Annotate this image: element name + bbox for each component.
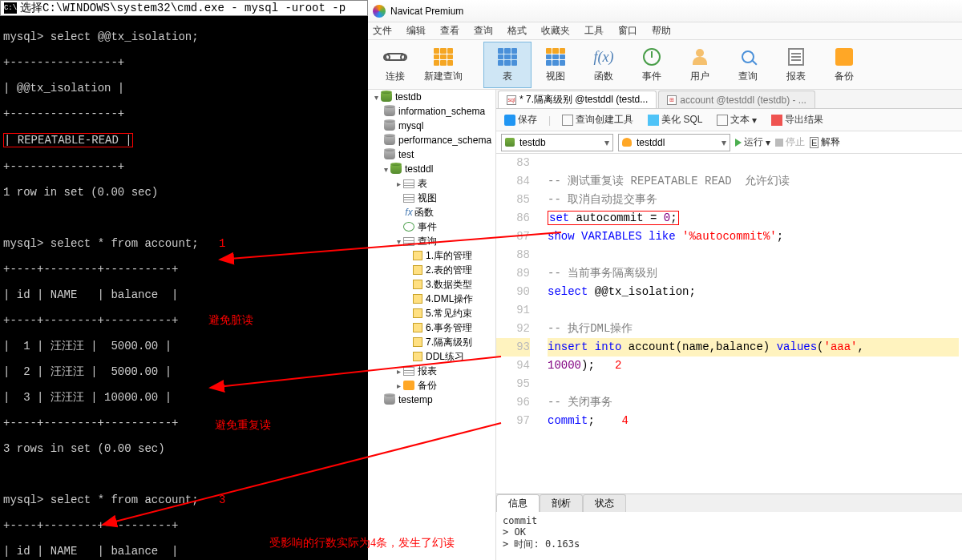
tree-query-item[interactable]: 4.DML操作	[426, 292, 473, 306]
tree-db-item[interactable]: information_schema	[398, 106, 485, 117]
tool-report[interactable]: 报表	[772, 42, 820, 88]
query-builder-button[interactable]: 查询创建工具	[559, 111, 637, 128]
menu-query[interactable]: 查询	[474, 24, 493, 38]
tree-group-backup[interactable]: 备份	[418, 379, 437, 393]
menu-tools[interactable]: 工具	[584, 24, 604, 38]
result-panel: 信息 剖析 状态 commit > OK > 时间: 0.163s	[496, 494, 962, 560]
tree-query-item[interactable]: DDL练习	[426, 350, 464, 364]
tree-db-item[interactable]: mysql	[398, 120, 423, 131]
sql-editor[interactable]: 838485868788899091929394959697 -- 测试重复读 …	[496, 154, 962, 494]
tab-inactive[interactable]: ⊞account @testddl (testdb) - ...	[658, 91, 815, 108]
navicat-window: Navicat Premium 文件 编辑 查看 查询 格式 收藏夹 工具 窗口…	[368, 0, 962, 560]
menu-help[interactable]: 帮助	[652, 24, 671, 38]
tree-group-tables[interactable]: 表	[418, 177, 427, 191]
text-button[interactable]: 文本 ▾	[713, 111, 760, 128]
tree-group-views[interactable]: 视图	[418, 191, 437, 205]
tree-db-item[interactable]: testemp	[398, 394, 433, 405]
explain-icon: E	[810, 137, 819, 148]
cmd-titlebar[interactable]: C:\ 选择C:\WINDOWS\system32\cmd.exe - mysq…	[0, 0, 368, 16]
editor-toolbar: 保存 | 查询创建工具 美化 SQL 文本 ▾ 导出结果	[496, 109, 962, 131]
tool-event[interactable]: 事件	[628, 42, 676, 88]
tool-query[interactable]: 查询	[724, 42, 772, 88]
annotation-repeat-read: 避免重复读	[215, 419, 271, 432]
main-toolbar: 连接 新建查询 表 视图 f(x)函数 事件 用户 查询 报表 备份	[368, 40, 962, 90]
beautify-button[interactable]: 美化 SQL	[645, 111, 705, 128]
tool-connect[interactable]: 连接	[371, 42, 419, 88]
db-tree[interactable]: ▾testdb information_schema mysql perform…	[368, 90, 496, 560]
combo-row: testdb testddl 运行 ▾ 停止 E解释	[496, 131, 962, 154]
result-tab-info[interactable]: 信息	[496, 494, 540, 512]
editor-tabs: sql* 7.隔离级别 @testddl (testd... ⊞account …	[496, 90, 962, 109]
run-button[interactable]: 运行 ▾	[735, 135, 770, 149]
menu-window[interactable]: 窗口	[618, 24, 637, 38]
navicat-logo-icon	[373, 5, 386, 18]
save-icon	[504, 115, 515, 126]
menu-fav[interactable]: 收藏夹	[541, 24, 570, 38]
export-icon	[771, 115, 782, 126]
stop-icon	[775, 139, 783, 147]
annotation-dirty-read: 避免脏读	[208, 314, 253, 327]
tree-query-item[interactable]: 3.数据类型	[426, 278, 472, 292]
tree-query-item[interactable]: 2.表的管理	[426, 264, 472, 277]
tool-table[interactable]: 表	[483, 42, 532, 88]
save-button[interactable]: 保存	[501, 111, 540, 128]
text-icon	[717, 115, 728, 126]
result-tab-status[interactable]: 状态	[583, 494, 626, 512]
tool-backup[interactable]: 备份	[820, 42, 868, 88]
tree-group-query[interactable]: 查询	[418, 235, 437, 248]
tool-user[interactable]: 用户	[676, 42, 724, 88]
menu-format[interactable]: 格式	[507, 24, 527, 38]
tree-group-event[interactable]: 事件	[418, 220, 437, 234]
export-button[interactable]: 导出结果	[768, 111, 827, 128]
result-tab-profile[interactable]: 剖析	[540, 494, 583, 512]
cmd-window: C:\ 选择C:\WINDOWS\system32\cmd.exe - mysq…	[0, 0, 368, 560]
stop-button[interactable]: 停止	[775, 135, 805, 149]
tab-active[interactable]: sql* 7.隔离级别 @testddl (testd...	[498, 91, 657, 108]
tool-newquery[interactable]: 新建查询	[419, 42, 467, 88]
db-selector[interactable]: testdb	[501, 134, 613, 151]
cmd-icon: C:\	[4, 2, 17, 14]
cmd-title: 选择C:\WINDOWS\system32\cmd.exe - mysql -u…	[20, 1, 346, 15]
tree-group-report[interactable]: 报表	[418, 365, 437, 378]
table-file-icon: ⊞	[667, 95, 677, 105]
tree-query-item[interactable]: 1.库的管理	[426, 249, 472, 263]
tool-view[interactable]: 视图	[532, 42, 580, 88]
tree-query-item[interactable]: 5.常见约束	[426, 307, 472, 320]
tree-query-item[interactable]: 6.事务管理	[426, 321, 472, 335]
tree-conn[interactable]: testdb	[395, 91, 422, 103]
explain-button[interactable]: E解释	[810, 135, 840, 149]
cmd-body[interactable]: mysql> select @@tx_isolation; +---------…	[0, 16, 368, 560]
menu-edit[interactable]: 编辑	[406, 24, 426, 38]
menubar[interactable]: 文件 编辑 查看 查询 格式 收藏夹 工具 窗口 帮助	[368, 22, 962, 40]
navicat-title: Navicat Premium	[390, 6, 463, 17]
beautify-icon	[648, 115, 659, 126]
play-icon	[735, 139, 742, 147]
tree-db-item[interactable]: test	[398, 149, 414, 160]
tree-db-testddl[interactable]: testddl	[405, 163, 433, 175]
menu-view[interactable]: 查看	[440, 24, 459, 38]
schema-selector[interactable]: testddl	[618, 134, 730, 151]
tool-function[interactable]: f(x)函数	[580, 42, 628, 88]
tree-group-func[interactable]: 函数	[414, 206, 434, 220]
builder-icon	[562, 115, 573, 126]
menu-file[interactable]: 文件	[373, 24, 392, 38]
sql-file-icon: sql	[507, 95, 516, 105]
tree-db-item[interactable]: performance_schema	[398, 135, 491, 146]
tree-query-item[interactable]: 7.隔离级别	[426, 336, 472, 349]
annotation-phantom-read: 受影响的行数实际为4条，发生了幻读	[269, 537, 455, 550]
result-output: commit > OK > 时间: 0.163s	[496, 512, 962, 560]
navicat-titlebar[interactable]: Navicat Premium	[368, 0, 962, 22]
